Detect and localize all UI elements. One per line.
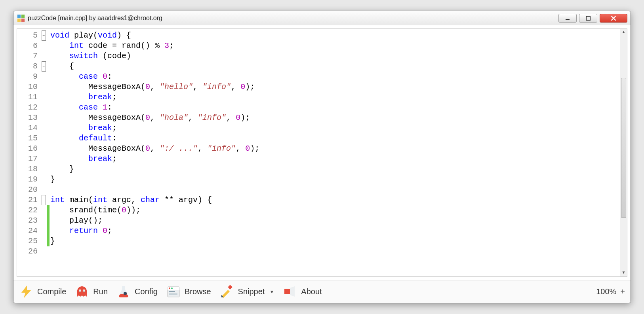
svg-point-15	[171, 288, 173, 289]
line-number: 24	[17, 226, 38, 236]
fold-cell[interactable]: −	[40, 195, 47, 205]
line-number: 5	[17, 30, 38, 41]
code-line[interactable]: void play(void) {	[50, 30, 627, 41]
fold-cell[interactable]: −	[40, 30, 47, 41]
fold-cell	[40, 102, 47, 113]
fold-toggle-icon[interactable]: −	[42, 61, 46, 72]
fold-toggle-icon[interactable]: −	[42, 195, 46, 205]
code-line[interactable]: default:	[50, 133, 627, 144]
code-line[interactable]	[50, 246, 627, 257]
svg-rect-17	[169, 293, 177, 295]
fold-cell	[40, 41, 47, 51]
fold-cell	[40, 185, 47, 195]
scroll-down-button[interactable]: ▼	[620, 269, 627, 276]
fold-cell	[40, 144, 47, 154]
fold-cell	[40, 174, 47, 185]
fold-cell	[40, 113, 47, 123]
line-number: 23	[17, 216, 38, 226]
fold-toggle-icon[interactable]: −	[42, 30, 46, 41]
code-line[interactable]: break;	[50, 154, 627, 164]
fold-cell	[40, 82, 47, 92]
svg-rect-21	[284, 289, 290, 294]
code-line[interactable]: MessageBoxA(0, ":/ ...", "info", 0);	[50, 144, 627, 154]
megaphone-icon	[283, 285, 297, 299]
line-number: 17	[17, 154, 38, 164]
code-line[interactable]: int code = rand() % 3;	[50, 41, 627, 51]
code-line[interactable]: }	[50, 174, 627, 185]
config-button[interactable]: Config	[116, 285, 158, 299]
scroll-track[interactable]	[620, 36, 627, 269]
window-controls	[558, 14, 627, 23]
compile-label: Compile	[37, 287, 66, 296]
line-number: 6	[17, 41, 38, 51]
code-line[interactable]: {	[50, 61, 627, 72]
line-number: 16	[17, 144, 38, 154]
line-number-gutter: 567891011121314151617181920212223242526	[17, 29, 40, 276]
code-line[interactable]: MessageBoxA(0, "hello", "info", 0);	[50, 82, 627, 92]
fold-column[interactable]: −−−	[40, 29, 47, 276]
svg-rect-0	[17, 14, 21, 17]
line-number: 20	[17, 185, 38, 195]
svg-point-9	[80, 290, 81, 291]
code-line[interactable]: }	[50, 236, 627, 246]
line-number: 9	[17, 72, 38, 82]
scroll-thumb[interactable]	[621, 78, 626, 218]
fold-cell	[40, 123, 47, 133]
close-button[interactable]	[600, 14, 627, 23]
browse-button[interactable]: Browse	[166, 285, 211, 299]
code-editor[interactable]: 567891011121314151617181920212223242526 …	[17, 28, 627, 277]
vertical-scrollbar[interactable]: ▲ ▼	[620, 29, 627, 276]
titlebar: puzzCode [main.cpp] by aaaddres1@chroot.…	[13, 11, 631, 25]
fold-cell	[40, 164, 47, 174]
svg-rect-16	[169, 291, 175, 292]
browse-label: Browse	[185, 287, 211, 296]
code-line[interactable]: play();	[50, 216, 627, 226]
code-line[interactable]: int main(int argc, char ** argv) {	[50, 195, 627, 205]
svg-point-11	[124, 292, 127, 295]
line-number: 7	[17, 51, 38, 61]
zoom-level[interactable]: 100%	[596, 287, 616, 296]
fold-cell[interactable]: −	[40, 61, 47, 72]
about-label: About	[301, 287, 322, 296]
fold-cell	[40, 154, 47, 164]
config-label: Config	[135, 287, 158, 296]
code-line[interactable]: MessageBoxA(0, "hola", "info", 0);	[50, 113, 627, 123]
code-line[interactable]: srand(time(0));	[50, 205, 627, 216]
fold-cell	[40, 236, 47, 246]
fold-cell	[40, 133, 47, 144]
code-line[interactable]: case 0:	[50, 72, 627, 82]
code-line[interactable]: return 0;	[50, 226, 627, 236]
svg-rect-18	[222, 290, 230, 298]
window-icon	[166, 285, 181, 299]
snippet-button[interactable]: Snippet ▼	[220, 285, 274, 299]
minimize-button[interactable]	[558, 14, 577, 23]
code-line[interactable]	[50, 185, 627, 195]
fold-cell	[40, 72, 47, 82]
ghost-icon	[75, 285, 89, 299]
snippet-label: Snippet	[238, 287, 265, 296]
svg-marker-6	[21, 286, 31, 298]
fold-cell	[40, 51, 47, 61]
code-line[interactable]: break;	[50, 92, 627, 102]
code-line[interactable]: switch (code)	[50, 51, 627, 61]
svg-rect-1	[21, 14, 25, 17]
line-number: 13	[17, 113, 38, 123]
code-area[interactable]: void play(void) { int code = rand() % 3;…	[50, 29, 627, 276]
zoom-in-button[interactable]: +	[620, 287, 625, 296]
svg-rect-2	[17, 18, 21, 21]
line-number: 25	[17, 236, 38, 246]
svg-rect-20	[228, 285, 232, 289]
scroll-up-button[interactable]: ▲	[620, 29, 627, 36]
code-line[interactable]: break;	[50, 123, 627, 133]
code-line[interactable]: }	[50, 164, 627, 174]
code-line[interactable]: case 1:	[50, 102, 627, 113]
pencil-icon	[220, 285, 234, 299]
maximize-button[interactable]	[579, 14, 597, 23]
line-number: 15	[17, 133, 38, 144]
app-window: puzzCode [main.cpp] by aaaddres1@chroot.…	[13, 11, 631, 303]
run-button[interactable]: Run	[75, 285, 108, 299]
svg-rect-5	[586, 16, 590, 20]
line-number: 26	[17, 246, 38, 257]
about-button[interactable]: About	[283, 285, 322, 299]
compile-button[interactable]: Compile	[19, 285, 66, 299]
